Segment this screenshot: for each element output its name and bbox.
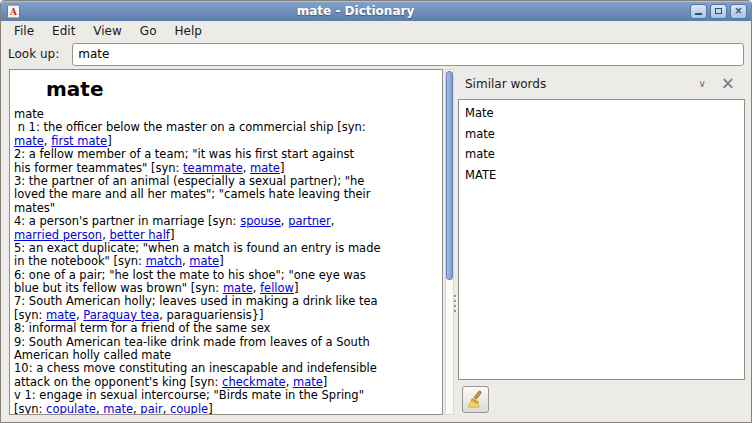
menu-help[interactable]: Help — [165, 22, 210, 40]
lookup-input[interactable] — [72, 43, 744, 66]
definition-segment: attack on the opponent's king [syn: — [14, 376, 222, 389]
definition-segment: American holly called mate — [14, 349, 171, 362]
definition-line: 4: a person's partner in marriage [syn: … — [14, 215, 440, 228]
definition-segment: his former teammates" [syn: — [14, 162, 183, 175]
synonym-link[interactable]: mate — [189, 255, 219, 268]
dictionary-app-icon: A — [6, 4, 21, 19]
definition-segment: 8: informal term for a friend of the sam… — [14, 322, 270, 335]
menu-edit[interactable]: Edit — [43, 22, 84, 40]
synonym-link[interactable]: checkmate — [222, 376, 286, 389]
definition-segment: 9: South American tea-like drink made fr… — [14, 336, 370, 349]
definition-segment: ] — [208, 403, 213, 415]
splitter-grip-dot — [454, 305, 456, 307]
synonym-link[interactable]: mate — [223, 282, 253, 295]
maximize-icon — [715, 8, 722, 14]
similar-word-item[interactable]: Mate — [459, 103, 744, 124]
definition-line: [syn: copulate, mate, pair, couple] — [14, 403, 440, 415]
synonym-link[interactable]: mate — [46, 309, 76, 322]
synonym-link[interactable]: teammate — [183, 162, 243, 175]
broom-icon — [466, 390, 485, 409]
clear-button[interactable] — [462, 386, 489, 413]
definition-line: 9: South American tea-like drink made fr… — [14, 336, 440, 349]
similar-words-list: MatematemateMATE — [458, 99, 745, 380]
scrollbar-thumb[interactable] — [446, 71, 453, 280]
headword: mate — [46, 77, 442, 101]
definition-segment: [syn: — [14, 309, 46, 322]
synonym-link[interactable]: first mate — [51, 135, 107, 148]
close-button[interactable]: × — [730, 4, 747, 19]
synonym-link[interactable]: married person — [14, 229, 102, 242]
definition-line: mates" — [14, 202, 440, 215]
definition-panel: mate mate n 1: the officer below the mas… — [9, 69, 443, 415]
definition-line: 8: informal term for a friend of the sam… — [14, 322, 440, 335]
definition-line: 10: a chess move constituting an inescap… — [14, 362, 440, 375]
definition-segment: ] — [294, 282, 299, 295]
dictionary-window: A mate - Dictionary × FileEditViewGoHelp… — [0, 0, 752, 423]
definition-line: American holly called mate — [14, 349, 440, 362]
sidebar-close-icon[interactable]: × — [721, 75, 735, 92]
similar-word-item[interactable]: mate — [459, 144, 744, 165]
definition-line: 7: South American holly; leaves used in … — [14, 295, 440, 308]
definition-line: his former teammates" [syn: teammate, ma… — [14, 162, 440, 175]
definition-line: attack on the opponent's king [syn: chec… — [14, 376, 440, 389]
definition-line: married person, better half] — [14, 229, 440, 242]
synonym-link[interactable]: copulate — [46, 403, 96, 415]
definition-segment: 2: a fellow member of a team; "it was hi… — [14, 148, 354, 161]
definition-line: blue but its fellow was brown" [syn: mat… — [14, 282, 440, 295]
definition-segment: ] — [107, 135, 112, 148]
definition-segment: , — [243, 162, 250, 175]
definition-segment: blue but its fellow was brown" [syn: — [14, 282, 223, 295]
splitter-grip-dot — [454, 310, 456, 312]
synonym-link[interactable]: match — [146, 255, 182, 268]
sidebar-header: Similar words ∨ × — [458, 68, 745, 99]
definition-line: [syn: mate, Paraguay tea, paraguariensis… — [14, 309, 440, 322]
synonym-link[interactable]: spouse — [240, 215, 281, 228]
window-title: mate - Dictionary — [21, 1, 690, 21]
synonym-link[interactable]: mate — [293, 376, 323, 389]
definition-line: 2: a fellow member of a team; "it was hi… — [14, 148, 440, 161]
synonym-link[interactable]: mate — [250, 162, 280, 175]
synonym-link[interactable]: pair — [140, 403, 162, 415]
synonym-link[interactable]: mate — [14, 135, 44, 148]
similar-word-item[interactable]: mate — [459, 124, 744, 145]
lookup-label: Look up: — [8, 47, 59, 61]
minimize-icon — [695, 13, 702, 15]
synonym-link[interactable]: mate — [103, 403, 133, 415]
definition-line: 6: one of a pair; "he lost the mate to h… — [14, 269, 440, 282]
menu-file[interactable]: File — [5, 22, 43, 40]
definition-segment: in the notebook" [syn: — [14, 255, 146, 268]
definition-line: mate — [14, 108, 440, 121]
definition-text: mate n 1: the officer below the master o… — [14, 108, 440, 415]
definition-segment: 7: South American holly; leaves used in … — [14, 295, 378, 308]
definition-segment: [syn: — [14, 403, 46, 415]
minimize-button[interactable] — [690, 4, 707, 19]
definition-segment: , — [163, 403, 170, 415]
splitter-grip-dot — [454, 295, 456, 297]
lookup-row: Look up: — [1, 40, 751, 68]
maximize-button[interactable] — [710, 4, 727, 19]
definition-segment: 3: the partner of an animal (especially … — [14, 175, 364, 188]
definition-segment: mate — [14, 108, 44, 121]
definition-segment: ] — [219, 255, 224, 268]
definition-line: mate, first mate] — [14, 135, 440, 148]
synonym-link[interactable]: better half — [109, 229, 169, 242]
definition-segment: n 1: the officer below the master on a c… — [14, 121, 366, 134]
synonym-link[interactable]: fellow — [260, 282, 294, 295]
synonym-link[interactable]: Paraguay tea — [83, 309, 159, 322]
menu-go[interactable]: Go — [131, 22, 166, 40]
similar-word-item[interactable]: MATE — [459, 165, 744, 186]
definition-segment: , — [286, 376, 293, 389]
title-bar[interactable]: A mate - Dictionary × — [1, 1, 751, 21]
definition-line: 3: the partner of an animal (especially … — [14, 175, 440, 188]
synonym-link[interactable]: partner — [288, 215, 331, 228]
menu-view[interactable]: View — [84, 22, 130, 40]
window-controls: × — [690, 4, 747, 19]
definition-segment: loved the mare and all her mates"; "came… — [14, 188, 371, 201]
chevron-down-icon[interactable]: ∨ — [698, 79, 705, 89]
splitter-grip-dot — [454, 300, 456, 302]
definition-segment: ] — [170, 229, 175, 242]
definition-line: loved the mare and all her mates"; "came… — [14, 188, 440, 201]
definition-segment: ] — [323, 376, 328, 389]
definition-segment: 4: a person's partner in marriage [syn: — [14, 215, 240, 228]
synonym-link[interactable]: couple — [170, 403, 208, 415]
